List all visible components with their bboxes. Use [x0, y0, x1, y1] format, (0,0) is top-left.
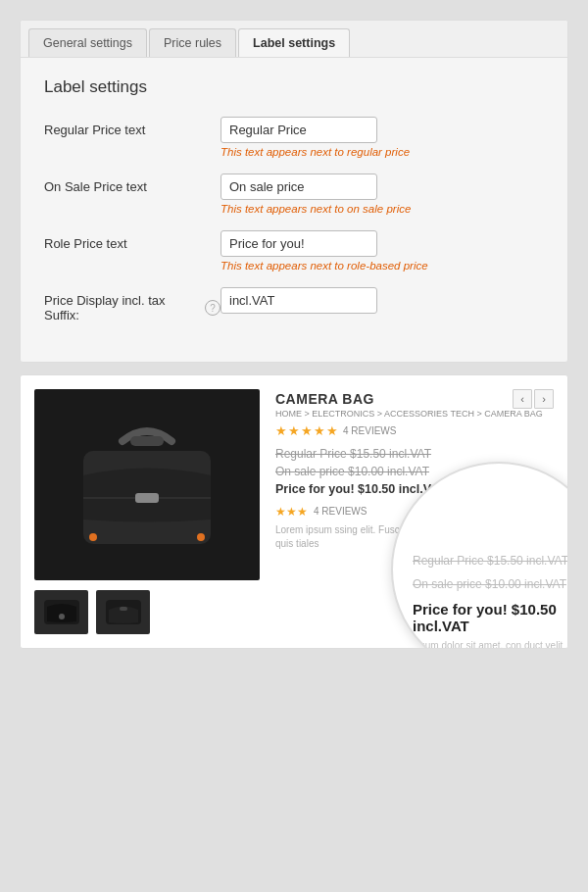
mini-reviews: 4 REVIEWS	[314, 505, 367, 519]
regular-price-row: Regular Price text This text appears nex…	[44, 117, 544, 158]
page-title: Label settings	[44, 77, 544, 97]
stars: ★★★★★	[275, 423, 339, 438]
product-preview-panel: ‹ › CAMERA BAG HOME > ELECTRONICS > ACCE…	[20, 374, 568, 649]
svg-point-3	[89, 533, 97, 541]
on-sale-price-field: This text appears next to on sale price	[220, 173, 544, 215]
role-price-field: This text appears next to role-based pri…	[220, 230, 544, 272]
role-price-input[interactable]	[220, 230, 377, 257]
next-button[interactable]: ›	[534, 389, 554, 409]
product-nav: ‹ ›	[513, 389, 554, 409]
breadcrumb: HOME > ELECTRONICS > ACCESSORIES TECH > …	[275, 409, 554, 419]
tab-price-rules[interactable]: Price rules	[149, 28, 236, 57]
zoom-regular-price: Regular Price $15.50 incl.VAT	[413, 554, 568, 568]
regular-price-field: This text appears next to regular price	[220, 117, 544, 158]
zoom-lorem: ipsum dolor sit amet, con duct velit	[413, 640, 563, 649]
tax-suffix-text: Price Display incl. tax Suffix:	[44, 293, 200, 322]
tab-general-settings[interactable]: General settings	[28, 28, 147, 57]
tabs-bar: General settings Price rules Label setti…	[21, 21, 567, 58]
prev-button[interactable]: ‹	[513, 389, 532, 409]
zoom-role-price: Price for you! $10.50 incl.VAT	[413, 601, 568, 634]
thumbnail-2[interactable]	[96, 590, 150, 634]
on-sale-price-label: On Sale Price text	[44, 173, 220, 194]
main-container: General settings Price rules Label setti…	[20, 20, 568, 872]
svg-rect-9	[120, 607, 127, 611]
regular-price-hint: This text appears next to regular price	[220, 146, 544, 158]
svg-rect-5	[130, 436, 164, 446]
on-sale-price-row: On Sale Price text This text appears nex…	[44, 173, 544, 215]
tax-suffix-input[interactable]	[220, 287, 377, 314]
product-images	[34, 389, 260, 634]
regular-price-input[interactable]	[220, 117, 377, 143]
role-price-row: Role Price text This text appears next t…	[44, 230, 544, 272]
regular-price-label: Regular Price text	[44, 117, 220, 137]
on-sale-price-input[interactable]	[220, 173, 377, 200]
product-thumbnails	[34, 590, 260, 634]
help-icon[interactable]: ?	[205, 300, 220, 316]
svg-point-7	[59, 614, 65, 619]
svg-rect-2	[135, 493, 159, 503]
mini-stars: ★★★	[275, 504, 308, 520]
tax-suffix-row: Price Display incl. tax Suffix: ?	[44, 287, 544, 322]
tax-suffix-field	[220, 287, 544, 314]
tax-suffix-label: Price Display incl. tax Suffix: ?	[44, 287, 220, 322]
role-price-hint: This text appears next to role-based pri…	[220, 260, 544, 272]
zoom-sale-price: On sale price $10.00 incl.VAT	[413, 577, 566, 591]
regular-price-display: Regular Price $15.50 incl.VAT	[275, 447, 554, 461]
tax-suffix-label-group: Price Display incl. tax Suffix: ?	[44, 293, 220, 322]
reviews-count: 4 REVIEWS	[343, 425, 396, 436]
tab-label-settings[interactable]: Label settings	[238, 28, 350, 57]
stars-row: ★★★★★ 4 REVIEWS	[275, 423, 554, 438]
role-price-label: Role Price text	[44, 230, 220, 251]
settings-panel: General settings Price rules Label setti…	[20, 20, 568, 363]
svg-point-4	[197, 533, 205, 541]
product-main-image	[34, 389, 260, 580]
settings-content: Label settings Regular Price text This t…	[21, 58, 567, 362]
thumbnail-1[interactable]	[34, 590, 88, 634]
on-sale-price-hint: This text appears next to on sale price	[220, 203, 544, 215]
